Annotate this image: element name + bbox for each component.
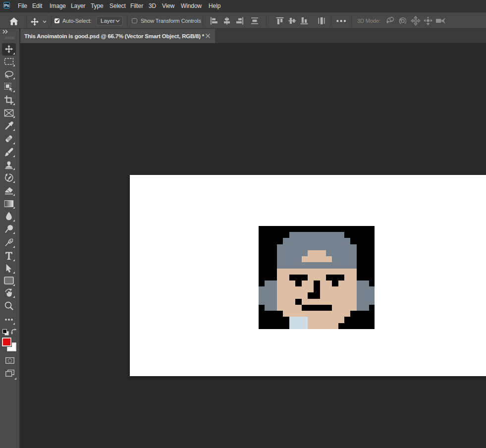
foreground-color-swatch[interactable]	[2, 337, 11, 347]
zoom-tool[interactable]	[2, 299, 16, 312]
align-top-edges-icon[interactable]	[275, 17, 284, 25]
options-separator	[51, 15, 52, 26]
align-right-edges-icon[interactable]	[235, 17, 244, 25]
dodge-tool[interactable]	[2, 223, 16, 235]
show-transform-checkbox[interactable]	[132, 18, 137, 24]
options-separator	[266, 15, 267, 26]
healing-brush-tool[interactable]	[2, 133, 16, 145]
pan-3d-camera-icon	[411, 16, 421, 26]
screen-mode-icon[interactable]	[5, 370, 14, 377]
lasso-tool[interactable]	[2, 68, 16, 80]
eraser-tool[interactable]	[2, 184, 16, 197]
menu-image[interactable]: Image	[50, 0, 66, 12]
distribute-horizontal-centers-icon[interactable]	[317, 17, 326, 25]
menu-layer[interactable]: Layer	[71, 0, 86, 12]
show-transform-label: Show Transform Controls	[141, 12, 201, 29]
options-separator	[127, 15, 127, 26]
document-tab-bar: This Anoimatoin is good.psd @ 66.7% (Vec…	[20, 29, 486, 43]
auto-select-target-dropdown[interactable]: Layer	[96, 16, 123, 26]
pixel-art-avatar[interactable]	[259, 226, 375, 329]
menu-bar: Ps FileEditImageLayerTypeSelectFilter3DV…	[0, 0, 486, 12]
dolly-3d-camera-icon	[435, 16, 445, 26]
align-bottom-edges-icon[interactable]	[300, 17, 309, 25]
menu-help[interactable]: Help	[209, 0, 220, 12]
type-tool[interactable]	[2, 250, 16, 262]
toolbar-expand-icon[interactable]	[2, 30, 8, 34]
blur-tool[interactable]	[2, 210, 16, 223]
options-separator	[331, 15, 331, 26]
move-tool-icon[interactable]	[31, 18, 39, 26]
distribute-vertical-centers-icon[interactable]	[250, 17, 259, 25]
gradient-tool[interactable]	[2, 197, 16, 210]
menu-window[interactable]: Window	[181, 0, 202, 12]
align-horizontal-centers-icon[interactable]	[222, 17, 231, 25]
options-bar: Auto-Select: LayerShow Transform Control…	[0, 12, 486, 29]
slide-3d-camera-icon	[423, 16, 433, 26]
orbit-3d-camera-icon	[385, 16, 395, 26]
default-colors-icon[interactable]	[2, 329, 9, 336]
path-selection-tool[interactable]	[2, 262, 16, 275]
brush-tool[interactable]	[2, 146, 16, 158]
align-left-edges-icon[interactable]	[210, 17, 219, 25]
eyedropper-tool[interactable]	[2, 119, 16, 132]
document-tab[interactable]: This Anoimatoin is good.psd @ 66.7% (Vec…	[20, 29, 215, 43]
tools-panel	[0, 29, 20, 448]
auto-select-checkbox[interactable]	[54, 18, 59, 23]
roll-3d-camera-icon	[398, 16, 408, 26]
document-tab-title: This Anoimatoin is good.psd @ 66.7% (Vec…	[24, 29, 204, 43]
canvas-area[interactable]	[20, 43, 486, 448]
tool-preset-chevron-icon[interactable]	[43, 20, 47, 23]
crop-tool[interactable]	[2, 94, 16, 106]
hand-tool[interactable]	[2, 286, 16, 299]
frame-tool[interactable]	[2, 107, 16, 119]
align-vertical-centers-icon[interactable]	[288, 17, 297, 25]
swap-colors-icon[interactable]	[11, 329, 17, 336]
options-separator	[26, 15, 27, 26]
menu-select[interactable]: Select	[109, 0, 126, 12]
shape-tool[interactable]	[2, 275, 16, 287]
menu-edit[interactable]: Edit	[32, 0, 42, 12]
photoshop-logo: Ps	[3, 2, 10, 9]
menu-filter[interactable]: Filter	[130, 0, 143, 12]
menu-type[interactable]: Type	[91, 0, 104, 12]
marquee-tool[interactable]	[2, 55, 16, 67]
clone-stamp-tool[interactable]	[2, 159, 16, 171]
object-selection-tool[interactable]	[2, 81, 16, 93]
history-brush-tool[interactable]	[2, 171, 16, 184]
photoshop-window: { "app": { "logo_text": "Ps", "accent_co…	[0, 0, 486, 448]
options-separator	[351, 15, 352, 26]
quick-mask-icon[interactable]	[5, 357, 14, 364]
menu-view[interactable]: View	[162, 0, 174, 12]
document-page[interactable]	[130, 175, 486, 377]
move-tool[interactable]	[2, 43, 16, 56]
home-icon[interactable]	[9, 17, 18, 25]
edit-toolbar-icon[interactable]	[2, 313, 16, 326]
more-options-icon[interactable]	[336, 20, 346, 22]
tab-close-icon[interactable]	[205, 33, 211, 39]
toolbar-grip[interactable]	[5, 37, 14, 39]
menu-3d[interactable]: 3D	[149, 0, 156, 12]
auto-select-label: Auto-Select:	[62, 12, 92, 29]
pen-tool[interactable]	[2, 236, 16, 249]
dropdown-value: Layer	[101, 16, 115, 25]
menu-file[interactable]: File	[18, 0, 27, 12]
3d-mode-label: 3D Mode:	[357, 12, 380, 29]
options-separator	[203, 15, 203, 26]
